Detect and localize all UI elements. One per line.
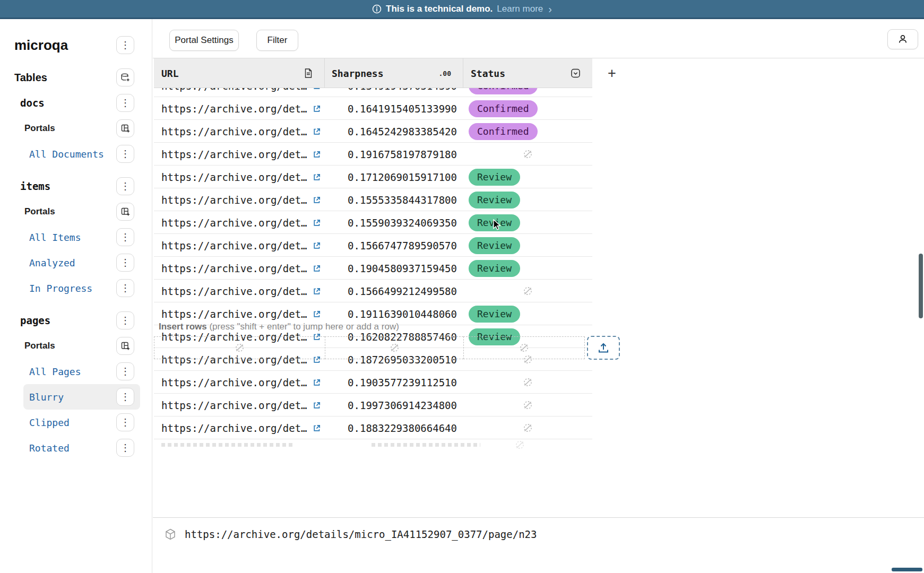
insert-cell-sharpness[interactable] xyxy=(325,336,463,359)
cell-status[interactable] xyxy=(463,280,592,302)
cell-url[interactable]: https://archive.org/det… xyxy=(154,188,325,211)
sidebar-view-all-pages[interactable]: All Pages xyxy=(29,366,81,377)
external-link-icon[interactable] xyxy=(313,424,321,432)
sidebar-view-analyzed[interactable]: Analyzed xyxy=(29,257,75,268)
column-header-sharpness[interactable]: Sharpness .00 xyxy=(325,58,463,88)
cell-url[interactable]: https://archive.org/det… xyxy=(154,257,325,280)
sidebar-view-all-items[interactable]: All Items xyxy=(29,232,81,243)
sidebar-table-pages[interactable]: pages xyxy=(20,315,50,326)
cell-status[interactable]: Review xyxy=(463,166,592,188)
cell-url[interactable]: https://archive.org/det… xyxy=(154,97,325,120)
view-menu-button[interactable]: ⋮ xyxy=(116,279,134,297)
view-menu-button[interactable]: ⋮ xyxy=(116,413,134,431)
cell-sharpness[interactable]: 0.1712069015917100 xyxy=(325,166,463,188)
insert-cell-status[interactable] xyxy=(463,336,585,359)
external-link-icon[interactable] xyxy=(313,196,321,204)
cell-status[interactable]: Review xyxy=(463,257,592,280)
cell-url[interactable]: https://archive.org/det… xyxy=(154,120,325,143)
cell-url[interactable]: https://archive.org/det… xyxy=(154,166,325,188)
sidebar-view-in-progress[interactable]: In Progress xyxy=(29,283,92,294)
external-link-icon[interactable] xyxy=(313,241,321,250)
filter-button[interactable]: Filter xyxy=(256,30,298,51)
cell-url[interactable]: https://archive.org/det… xyxy=(154,143,325,166)
cell-sharpness[interactable]: 0.1904580937159450 xyxy=(325,257,463,280)
insert-cell-url[interactable] xyxy=(154,336,325,359)
cell-url[interactable]: https://archive.org/det… xyxy=(154,394,325,416)
cell-url[interactable]: https://archive.org/det… xyxy=(154,280,325,302)
cell-sharpness[interactable]: 0.1997306914234800 xyxy=(325,394,463,416)
cell-sharpness[interactable]: 0.1883229380664640 xyxy=(325,416,463,439)
table-menu-button[interactable]: ⋮ xyxy=(116,177,134,195)
cell-sharpness[interactable]: 0.1645242983385420 xyxy=(325,120,463,143)
cell-sharpness[interactable]: 0.1566747789590570 xyxy=(325,234,463,257)
cell-sharpness[interactable]: 0.1916758197879180 xyxy=(325,143,463,166)
sidebar-view-clipped[interactable]: Clipped xyxy=(29,417,70,428)
vertical-scrollbar-thumb[interactable] xyxy=(919,254,923,318)
upload-rows-button[interactable] xyxy=(587,336,620,360)
cell-sharpness[interactable]: 0.1559039324069350 xyxy=(325,211,463,234)
sidebar-table-items[interactable]: items xyxy=(20,180,50,192)
external-link-icon[interactable] xyxy=(313,264,321,273)
external-link-icon[interactable] xyxy=(313,310,321,318)
sidebar-view-rotated[interactable]: Rotated xyxy=(29,442,70,454)
cell-status[interactable]: Confirmed xyxy=(463,120,592,143)
cell-url[interactable]: https://archive.org/det… xyxy=(154,371,325,394)
view-menu-button[interactable]: ⋮ xyxy=(116,388,134,406)
cell-sharpness[interactable]: 0.1566499212499580 xyxy=(325,280,463,302)
sidebar-view-all-documents[interactable]: All Documents xyxy=(29,149,104,160)
kebab-menu-icon: ⋮ xyxy=(120,232,130,242)
add-portal-button[interactable] xyxy=(116,119,134,137)
external-link-icon[interactable] xyxy=(313,150,321,159)
cell-status[interactable]: Confirmed xyxy=(463,88,592,97)
add-column-button[interactable]: + xyxy=(603,65,620,82)
view-menu-button[interactable]: ⋮ xyxy=(116,254,134,272)
view-menu-button[interactable]: ⋮ xyxy=(116,228,134,246)
add-portal-icon xyxy=(120,124,131,134)
cell-status[interactable] xyxy=(463,371,592,394)
cell-sharpness[interactable]: 0.1555335844317800 xyxy=(325,188,463,211)
cell-status[interactable]: Review xyxy=(463,302,592,325)
view-menu-button[interactable]: ⋮ xyxy=(116,439,134,457)
sidebar-view-blurry[interactable]: Blurry xyxy=(29,392,64,403)
external-link-icon[interactable] xyxy=(313,378,321,387)
cell-status[interactable]: Review xyxy=(463,188,592,211)
user-account-button[interactable] xyxy=(887,29,918,49)
cell-status[interactable] xyxy=(463,394,592,416)
cell-url[interactable]: https://archive.org/det… xyxy=(154,416,325,439)
app-menu-button[interactable]: ⋮ xyxy=(116,36,134,54)
cell-url[interactable]: https://archive.org/det… xyxy=(154,234,325,257)
view-menu-button[interactable]: ⋮ xyxy=(116,362,134,380)
view-menu-button[interactable]: ⋮ xyxy=(116,145,134,163)
add-portal-button[interactable] xyxy=(116,337,134,355)
cell-sharpness[interactable]: 0.1349194370314390 xyxy=(325,88,463,97)
cell-status[interactable]: Review xyxy=(463,234,592,257)
portals-heading: Portals xyxy=(24,206,55,217)
cell-url[interactable]: https://archive.org/det… xyxy=(154,211,325,234)
external-link-icon[interactable] xyxy=(313,219,321,227)
sidebar-table-docs[interactable]: docs xyxy=(20,97,45,109)
column-header-status[interactable]: Status xyxy=(463,58,592,88)
cell-status[interactable]: Review xyxy=(463,211,592,234)
add-table-button[interactable] xyxy=(116,68,134,86)
table-row: https://archive.org/det… 0.1641915405133… xyxy=(154,97,592,120)
table-menu-button[interactable]: ⋮ xyxy=(116,311,134,329)
external-link-icon[interactable] xyxy=(313,88,321,90)
cell-status[interactable]: Confirmed xyxy=(463,97,592,120)
cell-sharpness[interactable]: 0.1903577239112510 xyxy=(325,371,463,394)
column-header-url[interactable]: URL xyxy=(154,58,325,88)
url-text: https://archive.org/det… xyxy=(161,422,307,434)
portal-settings-button[interactable]: Portal Settings xyxy=(169,30,239,51)
external-link-icon[interactable] xyxy=(313,127,321,136)
cell-status[interactable] xyxy=(463,143,592,166)
cell-sharpness[interactable]: 0.1641915405133990 xyxy=(325,97,463,120)
cell-url[interactable]: https://archive.org/det… xyxy=(154,88,325,97)
horizontal-scrollbar-thumb[interactable] xyxy=(892,568,922,571)
external-link-icon[interactable] xyxy=(313,173,321,181)
table-menu-button[interactable]: ⋮ xyxy=(116,94,134,112)
external-link-icon[interactable] xyxy=(313,287,321,296)
add-portal-button[interactable] xyxy=(116,203,134,221)
external-link-icon[interactable] xyxy=(313,401,321,410)
cell-status[interactable] xyxy=(463,416,592,439)
banner-learn-more-link[interactable]: Learn more xyxy=(497,4,543,14)
external-link-icon[interactable] xyxy=(313,105,321,113)
